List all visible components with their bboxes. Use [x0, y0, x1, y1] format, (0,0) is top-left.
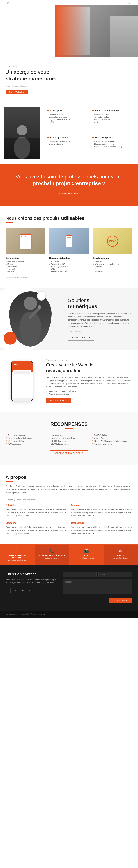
form-field-message — [62, 579, 133, 595]
contact-layout: Entrer en contact Vous pouvez contacter … — [5, 572, 133, 603]
recompenses-footer: APPRENDRE ENCORE PLUS — [5, 451, 133, 456]
list-item: Assistance par e-mail et téléphone — [46, 390, 133, 392]
creer-description: Chez numérique, nous avons pour objectif… — [46, 376, 133, 389]
card-mockup-ideas: IDEAS — [92, 228, 133, 254]
solutions-image-credit: Image de compét — [68, 330, 133, 332]
phone-icon: 📞 — [37, 549, 66, 553]
orange-divider — [5, 222, 13, 223]
email-input[interactable] — [99, 572, 133, 578]
produit-card-conception: MAKE IT Conception Maquette de produit M… — [5, 228, 46, 273]
card-mockup: MAKE IT — [5, 228, 46, 254]
cta-button[interactable]: CONTACTEZ-NOUS — [54, 191, 84, 197]
contact-info: Entrer en contact Vous pouvez contacter … — [5, 572, 57, 603]
list-item: Awwwards Site du jour — [91, 443, 133, 445]
creer-cta-button[interactable]: EN SAVOIR PLUS — [46, 398, 71, 403]
youtube-icon[interactable]: ▶ — [20, 588, 25, 593]
hero-content: Nous sommes un studio numérique Image pa… — [5, 12, 64, 39]
list-item: Symfony, Laravel — [47, 143, 86, 145]
service-numerique-list: Conception mobile Application mobile Dév… — [92, 114, 131, 123]
linkedin-icon[interactable]: in — [28, 588, 33, 593]
list-item: Mobile FWA du jour — [91, 437, 133, 439]
fax-label: FAX — [72, 554, 101, 556]
recompense-col-2: 1 an spectacle Expérience Interactive SX… — [48, 434, 89, 446]
about-grid: Futuristes Vous pouvez accéder à la NUM … — [5, 504, 133, 535]
page-number: Page 3 — [127, 2, 133, 4]
list-item: Marketing SEO — [49, 261, 89, 263]
footer: © 2024 Digital Studio. Tous droits réser… — [0, 611, 138, 618]
produit-title-dev: Développement — [92, 257, 133, 259]
list-item: Conception mobile — [92, 114, 131, 116]
apropos-section: À PROPOS Un aperçu de votre stratégie nu… — [0, 57, 138, 96]
footer-text: © 2024 Digital Studio. Tous droits réser… — [5, 613, 53, 615]
bureau-value: 23 Rue de la Paix, Paris — [3, 559, 32, 561]
facebook-icon[interactable]: f — [5, 588, 11, 593]
list-item: Site CSSDA de l'année — [48, 443, 89, 445]
cta-section: Vous avez besoin de professionnels pour … — [0, 164, 138, 206]
social-links: f T ▶ in — [5, 588, 57, 593]
nos-valeurs-button[interactable]: NOS VALEURS — [5, 90, 28, 94]
about-col-text-futuristes: Vous pouvez accéder à la NUM en direct e… — [5, 508, 67, 517]
svg-point-2 — [24, 297, 37, 310]
produits-grid: MAKE IT Conception Maquette de produit M… — [5, 228, 133, 273]
about-col-text-createurs: Vous pouvez accéder à la NUM en direct e… — [5, 526, 67, 535]
service-marketing: Marketing social Gestion de communauté B… — [89, 134, 134, 159]
list-item: ADC numérique — [5, 443, 47, 445]
list-item: Javascript — [92, 270, 133, 272]
twitter-icon[interactable]: T — [13, 588, 18, 593]
service-marketing-title: Marketing social — [92, 136, 131, 139]
solutions-content: Solutions numériques Rien ne vaut votre … — [68, 297, 133, 340]
list-item: Prise en main numérique — [46, 393, 133, 395]
logo: logo — [5, 1, 9, 4]
about-col-createurs: Créateurs Vous pouvez accéder à la NUM e… — [5, 522, 67, 535]
list-item: Sites web — [5, 268, 46, 270]
recompenses-grid: Récompenses Webby Lions intégral d'or de… — [5, 434, 133, 446]
message-textarea[interactable] — [62, 579, 133, 594]
bureau-label: NOTRE BUREAU PRINCIPAL — [3, 554, 32, 558]
svg-point-1 — [14, 137, 30, 159]
produit-img-dev: IDEAS — [92, 228, 133, 254]
creer-bullets: Assistance par e-mail et téléphone Prise… — [46, 390, 133, 395]
hero-cta-button[interactable]: EN SAVOIR PLUS — [5, 33, 34, 39]
phone-value: +33 (0)1 23 45 67 89 — [37, 557, 66, 559]
solutions-outline-circle — [37, 291, 46, 301]
solutions-cta-button[interactable]: EN SAVOIR PLUS — [68, 335, 94, 340]
nom-input[interactable] — [62, 572, 96, 578]
about-col-strategies: Stratèges Vous pouvez accéder à la NUM e… — [71, 504, 133, 517]
list-item: Développement d'applications — [92, 263, 133, 265]
email-label: E-MAIL — [107, 554, 135, 556]
service-conception-title: Conception — [47, 109, 86, 112]
produits-section: Nous créons des produits utilisables MAK… — [0, 206, 138, 288]
about-col-futuristes: Futuristes Vous pouvez accéder à la NUM … — [5, 504, 67, 517]
fax-value: +33 (0)1 23 45 67 90 — [72, 557, 101, 559]
form-field-email — [99, 572, 133, 578]
form-field-nom — [62, 572, 96, 578]
service-marketing-list: Gestion de communauté Blogueur et influe… — [92, 141, 131, 148]
service-numerique: Numérique et mobile Conception mobile Ap… — [89, 107, 134, 134]
list-item: Gestion de communauté — [92, 141, 131, 143]
about-col-realisateurs: Réalisateurs Vous pouvez accéder à la NU… — [71, 522, 133, 535]
produit-img-conception: MAKE IT — [5, 228, 46, 254]
creer-phone-visual: HELLO! — [5, 361, 39, 401]
recompenses-divider — [65, 428, 73, 429]
hero-title: Nous sommes un studio numérique — [5, 12, 64, 27]
about-col-text-strategies: Vous pouvez accéder à la NUM en direct e… — [71, 508, 133, 517]
recompense-list-3: Site FWA du jour Mobile FWA du jour Adob… — [91, 434, 133, 445]
list-item: Doc Web — [5, 270, 46, 272]
email-value: contact@studio.com — [107, 557, 135, 559]
submit-button[interactable]: SOUMETTRE — [109, 598, 133, 603]
fax-icon: 📠 — [72, 549, 101, 553]
email-icon: ✉ — [107, 549, 135, 553]
recompenses-section: RÉCOMPENSES Récompenses Webby Lions inté… — [0, 412, 138, 465]
service-developpement-title: Développement — [47, 136, 86, 139]
apropos-label: À PROPOS — [5, 66, 133, 68]
service-developpement-list: Conception développement Symfony, Larave… — [47, 141, 86, 145]
solutions-section: Solutions numériques Rien ne vaut votre … — [0, 288, 138, 350]
produit-card-commercialisation: Commercialisation Marketing SEO Optimisa… — [49, 228, 89, 273]
apropos-title: Un aperçu de votre stratégie numérique. — [5, 69, 133, 82]
list-item: Récompense DIMA — [5, 440, 47, 442]
list-item: Récompenses Webby — [5, 434, 47, 436]
recompenses-more-button[interactable]: APPRENDRE ENCORE PLUS — [50, 451, 88, 456]
list-item: A, UX — [92, 121, 131, 123]
list-item: Marque — [5, 263, 46, 265]
produit-list-dev: WordPress Développement d'applications F… — [92, 261, 133, 272]
